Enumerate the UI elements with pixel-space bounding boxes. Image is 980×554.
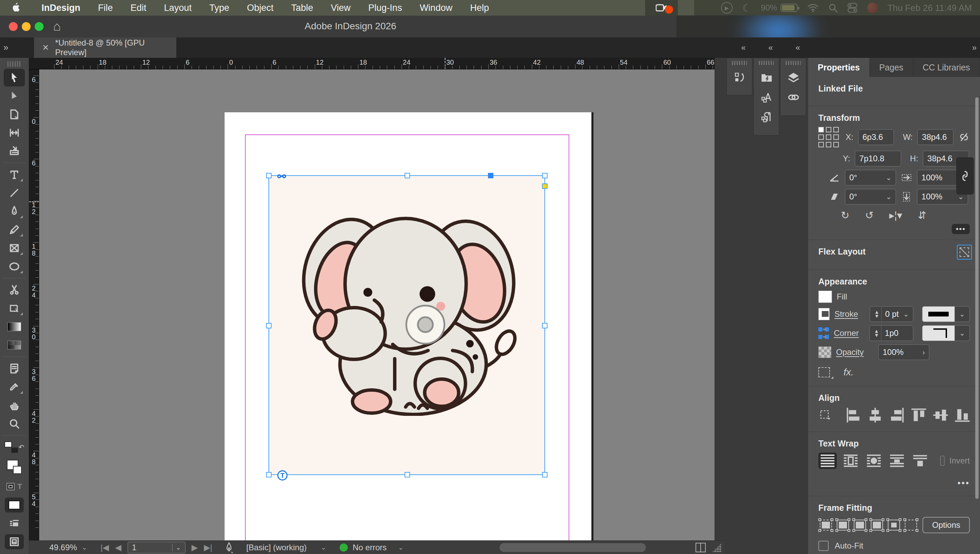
menu-item-window[interactable]: Window (411, 0, 461, 16)
first-page-button[interactable]: |◀ (101, 543, 109, 552)
screen-record-indicator[interactable] (645, 0, 678, 16)
menu-item-plug-ins[interactable]: Plug-Ins (360, 0, 411, 16)
paragraph-styles-icon[interactable] (754, 107, 780, 127)
zoom-level-dropdown[interactable]: 49.69%⌄ (49, 543, 87, 552)
align-top-button[interactable] (910, 407, 928, 423)
screen-mode-button[interactable] (4, 533, 25, 551)
fx-effects-button[interactable]: fx. (843, 367, 854, 378)
vertical-ruler[interactable]: 6061218243036424854 (29, 69, 39, 540)
stroke-swatch[interactable] (818, 308, 830, 320)
page-tool[interactable] (4, 105, 25, 123)
align-middle-v-button[interactable] (931, 407, 950, 423)
selected-graphic-frame[interactable]: ⚯ T (269, 175, 545, 475)
wrap-next-button[interactable] (911, 452, 929, 469)
flip-horizontal-icon[interactable]: ▸¦▾ (889, 209, 902, 221)
horizontal-scrollbar[interactable] (500, 543, 646, 552)
gradient-feather-tool[interactable] (4, 336, 25, 354)
fill-swatch[interactable] (818, 291, 832, 303)
previous-page-button[interactable]: ◀ (115, 543, 121, 552)
fit-frame-to-content-button[interactable] (853, 518, 867, 532)
next-page-button[interactable]: ▶ (192, 543, 198, 552)
dock-grip[interactable] (732, 61, 747, 65)
view-options[interactable] (4, 514, 25, 532)
tab-pages[interactable]: Pages (870, 58, 913, 77)
document-canvas[interactable]: ⚯ T (39, 69, 714, 540)
dock-collapse-icon[interactable]: « (741, 43, 745, 53)
line-tool[interactable] (4, 184, 25, 202)
wrap-shape-button[interactable] (865, 452, 883, 469)
object-states-icon[interactable] (818, 367, 830, 377)
cc-libraries-icon[interactable] (754, 68, 780, 88)
formatting-toggle[interactable]: T (4, 478, 25, 495)
frame-tag-badge-icon[interactable]: T (277, 470, 288, 481)
swap-fill-stroke[interactable]: ↶ (1, 438, 27, 456)
tab-properties[interactable]: Properties (808, 58, 870, 77)
menu-item-file[interactable]: File (89, 0, 122, 16)
handle-bottom-right[interactable] (542, 472, 547, 478)
shear-combo[interactable]: 0°⌄ (845, 189, 896, 205)
free-transform-tool[interactable] (4, 299, 25, 317)
linked-file-badge-icon[interactable]: ⚯ (277, 170, 286, 182)
wrap-jump-button[interactable] (888, 452, 906, 469)
corner-editor-yellow-handle[interactable] (542, 183, 547, 189)
menu-item-layout[interactable]: Layout (155, 0, 200, 16)
gap-tool[interactable] (4, 124, 25, 142)
flex-layout-off-button[interactable] (957, 245, 972, 259)
handle-extra-solid[interactable] (488, 173, 493, 178)
handle-top-right[interactable] (542, 173, 547, 178)
stroke-style-dropdown[interactable]: ⌄ (922, 306, 970, 322)
rotation-combo[interactable]: 0°⌄ (845, 170, 896, 185)
direct-selection-tool[interactable] (4, 87, 25, 105)
flip-vertical-icon[interactable]: ⇵ (918, 209, 926, 221)
panel-overflow-icon[interactable]: » (972, 43, 977, 53)
handle-top-center[interactable] (404, 173, 410, 178)
tab-cc-libraries[interactable]: CC Libraries (913, 58, 980, 77)
handle-bottom-center[interactable] (404, 472, 410, 478)
document-tab[interactable]: ✕ *Untitled-8 @ 50% [GPU Preview] (34, 37, 176, 58)
rotate-cw-icon[interactable]: ↻ (841, 209, 850, 221)
fit-content-to-frame-button[interactable] (869, 518, 885, 532)
align-to-dropdown[interactable] (818, 407, 832, 423)
pencil-tool[interactable] (4, 221, 25, 239)
fill-stroke-indicator[interactable] (4, 457, 25, 477)
transform-more-options-button[interactable]: ••• (952, 224, 970, 234)
corner-label[interactable]: Corner (834, 328, 865, 338)
page[interactable]: ⚯ T (224, 112, 592, 540)
menu-item-table[interactable]: Table (282, 0, 322, 16)
rectangle-frame-tool[interactable] (4, 239, 25, 257)
align-left-button[interactable] (844, 407, 862, 423)
corner-radius-field[interactable]: ▲▼1p0 (869, 325, 913, 341)
pen-tool[interactable] (4, 202, 25, 220)
handle-top-left[interactable] (266, 173, 272, 178)
align-right-button[interactable] (888, 407, 906, 423)
constrain-proportions-off-icon[interactable] (958, 131, 970, 143)
tab-overflow-icon[interactable]: » (3, 42, 8, 53)
x-field[interactable]: 6p3.6 (858, 129, 894, 145)
zoom-tool[interactable] (4, 415, 25, 433)
horizontal-ruler[interactable]: 24181260612182430364248546066 (29, 58, 714, 69)
panel-scrollbar[interactable] (975, 97, 978, 499)
reference-point-proxy[interactable] (818, 127, 839, 147)
apply-color-button[interactable] (4, 496, 25, 514)
fit-content-proportionally-button[interactable] (835, 518, 850, 532)
note-tool[interactable] (4, 360, 25, 377)
dock-grip[interactable] (786, 61, 801, 65)
align-center-h-button[interactable] (866, 407, 885, 423)
menu-item-type[interactable]: Type (200, 0, 238, 16)
close-tab-icon[interactable]: ✕ (42, 43, 49, 53)
selection-tool[interactable] (4, 69, 25, 86)
clear-frame-fitting-button[interactable] (904, 518, 918, 532)
preflight-profile-dropdown[interactable]: [Basic] (working) ⌄ (247, 543, 326, 552)
auto-fit-checkbox[interactable] (818, 541, 829, 551)
preflight-icon[interactable] (224, 542, 234, 553)
corner-style-dropdown[interactable]: ⌄ (922, 325, 970, 341)
stroke-label[interactable]: Stroke (834, 309, 865, 319)
version-history-icon[interactable] (727, 68, 753, 88)
wrap-none-button[interactable] (818, 452, 837, 469)
w-field[interactable]: 38p4.6 (917, 129, 953, 145)
opacity-field[interactable]: 100%› (878, 344, 929, 360)
scissors-tool[interactable] (4, 281, 25, 299)
opacity-label[interactable]: Opacity (836, 347, 873, 357)
menu-item-edit[interactable]: Edit (122, 0, 156, 16)
handle-middle-left[interactable] (266, 323, 272, 328)
